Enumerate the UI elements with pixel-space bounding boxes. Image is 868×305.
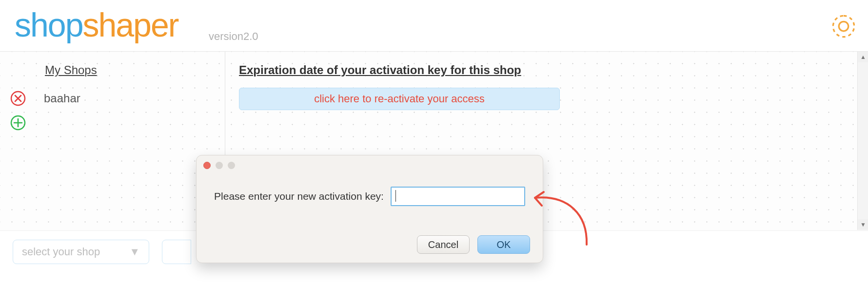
close-window-button[interactable] [203,162,211,169]
activation-key-input[interactable] [391,187,525,206]
app-logo: shopshaper [15,6,178,44]
chevron-down-icon: ▼ [860,221,866,228]
zoom-window-button [228,162,235,169]
ok-button[interactable]: OK [477,235,530,254]
gear-icon [831,32,856,40]
reactivate-link[interactable]: click here to re-activate your access [239,88,560,110]
ok-label: OK [497,239,511,250]
adjacent-field[interactable] [162,240,191,264]
activation-key-dialog: Please enter your new activation key: Ca… [196,155,543,263]
logo-shaper: shaper [82,6,178,43]
sidebar-heading: My Shops [45,63,97,77]
add-shop-row [0,112,225,133]
cancel-button[interactable]: Cancel [417,235,470,254]
scrollbar[interactable]: ▲ ▼ [857,52,868,230]
settings-button[interactable] [831,14,856,39]
scroll-down-button[interactable]: ▼ [858,219,868,230]
caret-down-icon: ▼ [129,246,140,258]
sidebar: My Shops baahar [0,52,225,230]
dialog-titlebar[interactable] [197,155,543,175]
shop-name: baahar [44,92,80,105]
app-header: shopshaper version2.0 [0,0,868,51]
cancel-label: Cancel [428,239,458,250]
shop-select-placeholder: select your shop [22,246,100,258]
scroll-up-button[interactable]: ▲ [858,52,868,62]
minimize-window-button [216,162,223,169]
shop-row[interactable]: baahar [0,88,225,109]
dialog-buttons: Cancel OK [417,235,530,254]
add-shop-button[interactable] [10,114,26,131]
reactivate-label: click here to re-activate your access [314,93,485,105]
logo-shop: shop [15,6,82,43]
text-cursor-icon [395,190,396,202]
delete-shop-button[interactable] [10,90,26,107]
expiration-heading: Expiration date of your activation key f… [239,63,854,77]
dialog-body: Please enter your new activation key: [197,175,543,206]
shop-select-dropdown[interactable]: select your shop ▼ [13,240,149,264]
dialog-prompt: Please enter your new activation key: [214,191,384,202]
chevron-up-icon: ▲ [860,54,866,60]
svg-point-0 [839,21,848,31]
version-label: version2.0 [209,30,258,43]
